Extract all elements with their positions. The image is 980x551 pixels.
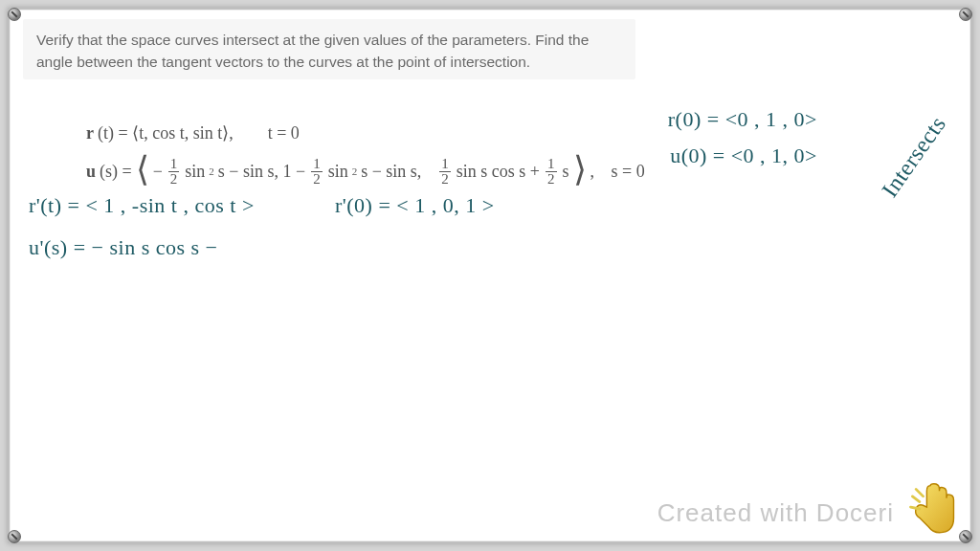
fraction-half: 1 2	[546, 157, 557, 187]
r-body: (t) = ⟨t, cos t, sin t⟩,	[98, 115, 234, 153]
whiteboard-frame: Verify that the space curves intersect a…	[8, 8, 972, 543]
equation-r: r (t) = ⟨t, cos t, sin t⟩, t = 0	[86, 115, 645, 153]
r-symbol: r	[86, 115, 94, 153]
u-of: (s) =	[100, 153, 132, 191]
problem-text: Verify that the space curves intersect a…	[36, 32, 589, 70]
fraction-half: 1 2	[311, 157, 323, 187]
watermark-text: Created with Doceri	[657, 498, 894, 528]
handwriting-rprime-t: r'(t) = < 1 , -sin t , cos t >	[29, 193, 255, 218]
fraction-half: 1 2	[439, 157, 451, 187]
u-param: s = 0	[612, 153, 645, 191]
screw-icon	[8, 8, 21, 21]
handwriting-rprime-0: r'(0) = < 1 , 0, 1 >	[335, 193, 495, 218]
r-param: t = 0	[268, 115, 300, 153]
pointing-hand-icon	[903, 480, 961, 538]
handwriting-uprime: u'(s) = − sin s cos s −	[29, 235, 218, 260]
screw-icon	[959, 8, 972, 21]
screw-icon	[959, 530, 972, 543]
problem-statement: Verify that the space curves intersect a…	[23, 19, 635, 79]
handwriting-r0: r(0) = <0 , 1 , 0>	[668, 107, 817, 132]
fraction-half: 1 2	[168, 157, 180, 187]
handwriting-u0: u(0) = <0 , 1, 0>	[670, 143, 817, 168]
printed-equations: r (t) = ⟨t, cos t, sin t⟩, t = 0 u (s) =…	[86, 115, 645, 190]
handwriting-intersects: Intersects	[877, 112, 951, 203]
u-symbol: u	[86, 153, 96, 191]
screw-icon	[8, 530, 21, 543]
equation-u: u (s) = ⟨ − 1 2 sin2 s − sin s, 1 − 1 2 …	[86, 153, 645, 191]
